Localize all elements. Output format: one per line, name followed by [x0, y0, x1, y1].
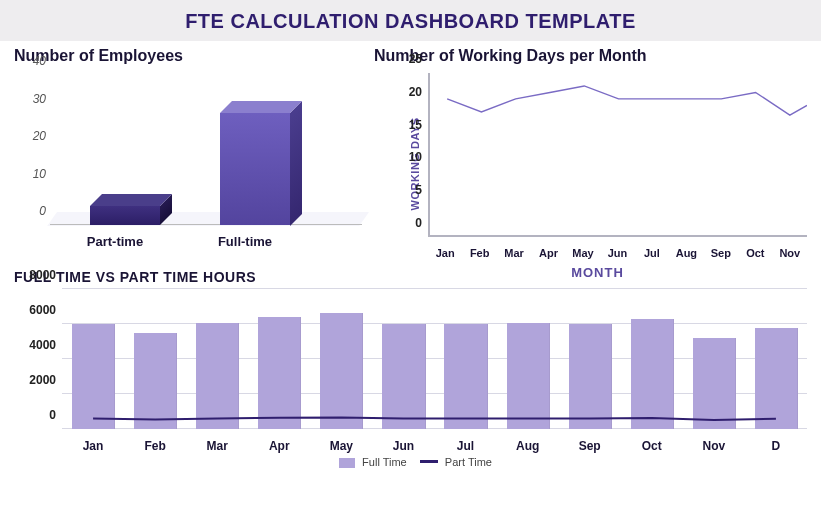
employees-chart-plot: 010203040 Part-time Full-time	[18, 69, 362, 249]
page-title: FTE CALCULATION DASHBOARD TEMPLATE	[0, 0, 821, 41]
workingdays-plot: WORKING DAYS 0510152025 JanFebMarAprMayJ…	[372, 69, 809, 259]
ftpt-chart: 02000400060008000 JanFebMarAprMayJunJulA…	[14, 289, 807, 453]
legend-label-fulltime: Full Time	[362, 456, 407, 468]
employees-chart-title: Number of Employees	[14, 47, 362, 65]
ftpt-svg	[62, 289, 807, 429]
employees-plot-area	[50, 75, 362, 225]
workingdays-chart: Number of Working Days per Month WORKING…	[372, 41, 809, 259]
workingdays-chart-title: Number of Working Days per Month	[374, 47, 809, 65]
employees-chart: Number of Employees 010203040 Part-time …	[12, 41, 362, 259]
legend-label-parttime: Part Time	[445, 456, 492, 468]
employees-xlabel-0: Part-time	[50, 234, 180, 249]
employees-yaxis: 010203040	[18, 75, 46, 225]
ftpt-legend: Full Time Part Time	[0, 453, 821, 470]
workingdays-xlabels: JanFebMarAprMayJunJulAugSepOctNov	[428, 241, 807, 259]
employees-xlabel-1: Full-time	[180, 234, 310, 249]
workingdays-yaxis: 0510152025	[398, 73, 422, 237]
ftpt-chart-title: FULL TIME VS PART TIME HOURS	[14, 269, 374, 285]
ftpt-xlabels: JanFebMarAprMayJunJulAugSepOctNovD	[62, 433, 807, 453]
ftpt-yaxis: 02000400060008000	[14, 289, 56, 429]
workingdays-xlabel: MONTH	[374, 265, 821, 280]
workingdays-plot-area	[428, 73, 807, 237]
legend-swatch-parttime	[420, 460, 438, 463]
top-row: Number of Employees 010203040 Part-time …	[0, 41, 821, 259]
workingdays-svg	[430, 73, 807, 235]
middle-label-row: FULL TIME VS PART TIME HOURS MONTH	[0, 259, 821, 289]
legend-swatch-fulltime	[339, 458, 355, 468]
ftpt-plot-area	[62, 289, 807, 429]
